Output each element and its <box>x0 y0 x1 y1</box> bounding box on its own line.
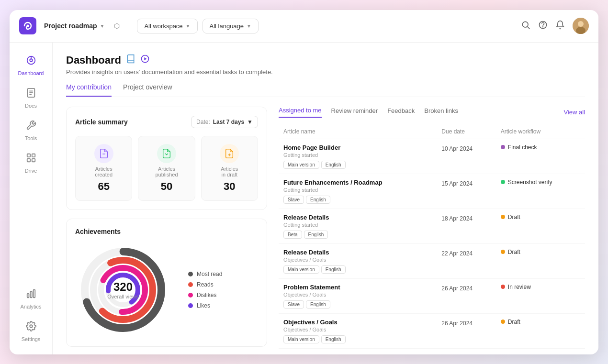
tab-project-overview[interactable]: Project overview <box>123 83 172 97</box>
svg-point-22 <box>30 325 33 328</box>
workflow-cell: Screenshot verify <box>496 174 585 209</box>
play-icon[interactable] <box>140 54 150 66</box>
article-name-cell: Future Enhancements / Roadmap Getting st… <box>279 174 437 209</box>
table-row: Future Enhancements / Roadmap Getting st… <box>279 174 585 209</box>
view-all-link[interactable]: View all <box>563 109 585 116</box>
sidebar-item-dashboard[interactable]: Dashboard <box>13 50 49 81</box>
workflow-label: Draft <box>508 319 520 325</box>
settings-icon <box>26 321 36 334</box>
due-date: 26 Apr 2024 <box>441 320 473 327</box>
user-avatar[interactable] <box>573 18 589 34</box>
due-date-cell: 26 Apr 2024 <box>437 278 496 313</box>
article-title: Home Page Builder <box>283 144 432 151</box>
tag: English <box>304 231 328 239</box>
tag: Beta <box>283 231 302 239</box>
panel-tab-feedback[interactable]: Feedback <box>387 107 415 117</box>
stat-created-label: Articlescreated <box>95 166 113 177</box>
project-selector[interactable]: Project roadmap ▼ <box>44 22 104 30</box>
workflow-label: Draft <box>508 249 520 255</box>
sidebar-item-docs[interactable]: Docs <box>13 83 49 113</box>
sidebar-item-settings[interactable]: Settings <box>13 316 49 347</box>
articles-table: Article name Due date Article workflow H… <box>279 124 585 349</box>
article-summary-card: Article summary Date: Last 7 days ▼ <box>66 107 267 210</box>
page-title: Dashboard <box>66 54 121 66</box>
notification-button[interactable] <box>555 20 565 32</box>
panel-tab-review[interactable]: Review reminder <box>331 107 378 117</box>
workflow-badge: Draft <box>501 249 580 255</box>
workflow-badge: Final check <box>501 144 580 151</box>
col-workflow: Article workflow <box>496 124 585 139</box>
workspace-dropdown[interactable]: All workspace ▼ <box>137 19 197 33</box>
donut-container: 320 Overall views Most read <box>75 242 258 338</box>
svg-point-6 <box>578 21 584 27</box>
workflow-cell: Final check <box>496 139 585 174</box>
search-button[interactable] <box>521 20 530 32</box>
workflow-badge: Screenshot verify <box>501 179 580 186</box>
book-icon[interactable] <box>126 54 135 66</box>
due-date: 26 Apr 2024 <box>441 285 473 292</box>
sidebar-item-analytics[interactable]: Analytics <box>13 284 49 314</box>
tab-my-contribution[interactable]: My contribution <box>66 83 112 97</box>
language-dropdown[interactable]: All language ▼ <box>203 19 259 33</box>
stat-created-value: 65 <box>98 180 109 193</box>
panel-tab-assigned[interactable]: Assigned to me <box>279 107 322 118</box>
analytics-icon <box>26 288 36 302</box>
help-button[interactable] <box>538 20 548 32</box>
workflow-dot <box>501 250 505 254</box>
tag: English <box>321 265 346 274</box>
stat-published-label: Articlespublished <box>155 166 178 177</box>
svg-point-9 <box>30 59 33 62</box>
dashboard-icon <box>26 55 36 68</box>
legend-dot-reads <box>188 282 193 287</box>
article-subtitle: Objectives / Goals <box>283 327 432 332</box>
sidebar-item-drive[interactable]: Drive <box>13 148 49 178</box>
date-selector[interactable]: Date: Last 7 days ▼ <box>191 116 258 128</box>
col-article-name: Article name <box>279 124 437 139</box>
table-row: Home Page Builder Getting started Main v… <box>279 139 585 174</box>
docs-label: Docs <box>25 103 37 109</box>
stat-draft-value: 30 <box>224 180 235 193</box>
stat-articles-draft: Articlesin draft 30 <box>201 136 258 201</box>
sidebar-item-tools[interactable]: Tools <box>13 115 49 146</box>
stat-articles-published: Articlespublished 50 <box>138 136 195 201</box>
svg-point-4 <box>543 26 543 27</box>
svg-rect-16 <box>32 154 34 156</box>
due-date-cell: 18 Apr 2024 <box>437 209 496 243</box>
page-subtitle: Provides insights on users' documentatio… <box>66 68 585 76</box>
workflow-label: Draft <box>508 214 520 221</box>
panel-tab-broken[interactable]: Broken links <box>424 107 458 117</box>
tag: Main version <box>283 335 319 343</box>
legend-dot-dislikes <box>188 293 193 298</box>
settings-label: Settings <box>22 336 41 342</box>
due-date: 15 Apr 2024 <box>441 180 473 187</box>
svg-line-2 <box>528 26 530 29</box>
tag: Slave <box>283 196 304 204</box>
article-title: Problem Statement <box>283 284 432 291</box>
external-link-icon[interactable]: ⬡ <box>114 22 120 30</box>
analytics-label: Analytics <box>20 304 41 309</box>
article-name-cell: Release Details Objectives / Goals Main … <box>279 243 437 278</box>
svg-point-1 <box>522 22 528 27</box>
legend: Most read Reads Dislikes <box>188 271 222 309</box>
due-date: 22 Apr 2024 <box>441 250 473 257</box>
dashboard-label: Dashboard <box>18 70 44 76</box>
main-content: Dashboard Provides insights on users' do… <box>53 43 598 354</box>
article-name-cell: Objectives / Goals Objectives / Goals Ma… <box>279 313 437 348</box>
date-value: Last 7 days <box>213 119 244 125</box>
drive-icon <box>26 153 36 166</box>
tag: English <box>321 161 346 169</box>
workflow-badge: In review <box>501 284 580 290</box>
article-summary-title: Article summary <box>75 118 128 126</box>
project-dropdown-arrow: ▼ <box>100 23 104 29</box>
legend-most-read: Most read <box>188 271 222 277</box>
workflow-cell: Draft <box>496 313 585 348</box>
workflow-label: In review <box>508 284 531 290</box>
stat-published-value: 50 <box>161 180 172 193</box>
app-logo[interactable] <box>19 17 36 34</box>
date-label: Date: <box>196 119 210 125</box>
tag: English <box>321 335 346 343</box>
donut-chart <box>75 242 171 338</box>
workflow-dot <box>501 320 505 324</box>
nav-dropdowns: All workspace ▼ All language ▼ <box>137 19 259 33</box>
article-subtitle: Objectives / Goals <box>283 257 432 263</box>
